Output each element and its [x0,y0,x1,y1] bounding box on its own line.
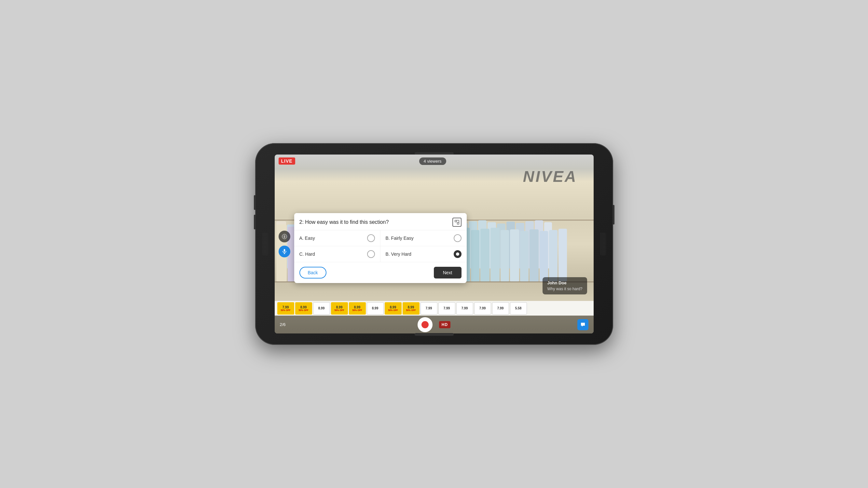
product-item [539,231,548,282]
phone-frame: NIVEA [255,143,613,345]
product-item [549,230,558,282]
next-button[interactable]: Next [434,267,462,279]
bottom-bar: 2/6 HD [275,316,594,333]
price-tag: 8.99 50% OFF [385,302,402,315]
power-button[interactable] [613,205,615,225]
option-d-label: B. Very Hard [386,252,411,257]
option-b-label: B. Fairly Easy [386,235,414,241]
price-tag: 8.99 [313,302,330,315]
svg-rect-2 [283,249,285,252]
record-icon [422,321,429,328]
option-c-radio[interactable] [367,250,375,258]
hd-badge: HD [439,321,451,328]
option-c[interactable]: C. Hard [294,246,380,262]
expand-icon [455,220,459,225]
options-grid: A. Easy B. Fairly Easy C. Hard B. Very H… [294,230,467,262]
option-a-radio[interactable] [367,234,375,242]
price-tag: 7.99 50% OFF [277,302,294,315]
option-b-radio[interactable] [454,234,462,242]
info-icon: i [281,234,287,239]
price-tag: 7.99 [438,302,455,315]
mic-icon [281,249,287,254]
price-tag: 8.99 50% OFF [295,302,312,315]
chat-button[interactable] [577,319,588,330]
survey-footer: Back Next [294,262,467,283]
option-b[interactable]: B. Fairly Easy [380,230,467,246]
viewers-count: 4 viewers [419,158,446,165]
record-button[interactable] [417,317,433,332]
comment-message: Why was it so hard? [547,287,582,291]
price-tag: 8.99 50% OFF [331,302,348,315]
price-tag: 7.99 [456,302,473,315]
svg-rect-5 [455,220,456,222]
option-d[interactable]: B. Very Hard [380,246,467,262]
product-item [480,229,490,282]
chat-icon [580,322,586,328]
volume-up-button[interactable] [254,195,256,210]
price-tags-row: 7.99 50% OFF 8.99 50% OFF 8.99 8.99 50% … [275,301,594,316]
info-button[interactable]: i [279,231,290,242]
product-item [501,230,509,282]
back-button[interactable]: Back [300,267,327,279]
screen: NIVEA [275,155,594,333]
price-tag: 5.58 [510,302,527,315]
survey-panel: 2: How easy was it to find this section?… [294,213,467,283]
product-item [529,229,539,282]
speaker-right [600,233,606,255]
option-a[interactable]: A. Easy [294,230,380,246]
price-tag: 8.99 50% OFF [349,302,366,315]
top-bar: LIVE 4 viewers [275,155,594,167]
svg-rect-6 [457,223,459,224]
svg-text:i: i [284,234,285,238]
option-d-radio[interactable] [454,250,462,258]
product-item [491,228,500,282]
survey-header: 2: How easy was it to find this section? [294,213,467,230]
left-controls: i [279,231,290,257]
comment-author: John Doe [547,281,582,285]
price-tag: 8.99 [367,302,384,315]
product-item [471,230,479,282]
expand-button[interactable] [453,218,462,227]
price-tag: 7.99 [474,302,491,315]
survey-question: 2: How easy was it to find this section? [300,219,389,225]
price-tag: 7.99 [421,302,437,315]
product-item [520,231,529,282]
price-tag: 8.99 50% OFF [403,302,420,315]
speaker-left [262,233,268,255]
live-badge: LIVE [279,158,295,165]
option-a-label: A. Easy [300,235,315,241]
comment-bubble: John Doe Why was it so hard? [542,277,587,294]
product-item [510,229,519,282]
volume-down-button[interactable] [254,215,256,229]
price-tag: 7.99 [492,302,509,315]
counter-label: 2/6 [280,322,286,327]
product-item [558,229,567,282]
option-c-label: C. Hard [300,252,315,257]
mic-button[interactable] [279,246,290,257]
